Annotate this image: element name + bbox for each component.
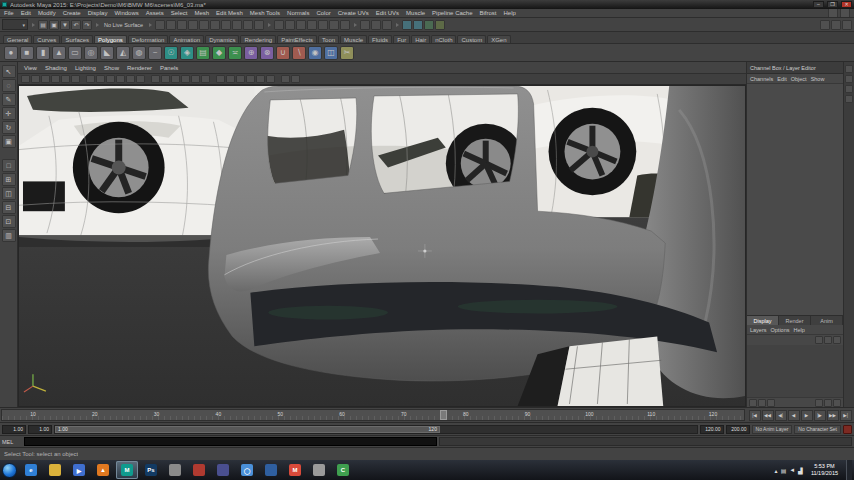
open-scene-icon[interactable]: ▣ <box>49 20 59 30</box>
cylinder-primitive-icon[interactable]: ▮ <box>36 46 50 60</box>
auto-keyframe-toggle[interactable] <box>843 425 852 434</box>
single-pane-layout-button[interactable]: □ <box>2 159 16 172</box>
mask-surfaces-icon[interactable] <box>221 20 231 30</box>
panel-resize-icon[interactable] <box>833 399 841 407</box>
channel-box-menu-item[interactable]: Edit <box>777 76 786 82</box>
snap-together-icon[interactable] <box>340 20 350 30</box>
cube-primitive-icon[interactable]: ■ <box>20 46 34 60</box>
shelf-tab[interactable]: Fur <box>393 35 410 43</box>
shadows-icon[interactable] <box>201 75 210 83</box>
undo-icon[interactable]: ↶ <box>71 20 81 30</box>
bookmarks-icon[interactable] <box>31 75 40 83</box>
image-plane-icon[interactable] <box>41 75 50 83</box>
layer-sort-icon[interactable] <box>749 399 757 407</box>
shelf-tab[interactable]: Deformation <box>128 35 169 43</box>
layer-options-icon[interactable] <box>767 399 775 407</box>
construction-history-icon[interactable] <box>382 20 392 30</box>
render-settings-icon[interactable] <box>435 20 445 30</box>
menu-item[interactable]: Edit Mesh <box>216 10 243 16</box>
persp-graph-layout-button[interactable]: ⊡ <box>2 215 16 228</box>
range-slider-bar[interactable]: 1.00 120 <box>55 426 440 433</box>
viewport-menu-item[interactable]: Show <box>104 65 119 71</box>
snap-curve-icon[interactable] <box>285 20 295 30</box>
channel-box-empty-area[interactable] <box>747 84 843 315</box>
app-icon-9[interactable] <box>212 461 234 479</box>
shelf-tab[interactable]: Fluids <box>368 35 392 43</box>
step-back-frame-button[interactable]: ◀◀ <box>762 410 774 421</box>
shelf-tab[interactable]: Hair <box>411 35 430 43</box>
menu-item[interactable]: Help <box>503 10 515 16</box>
tray-app-icon[interactable]: ▤ <box>781 467 787 474</box>
scale-tool-icon[interactable]: ▣ <box>2 135 16 148</box>
group-divider[interactable] <box>394 19 400 30</box>
step-back-key-button[interactable]: ◀| <box>775 410 787 421</box>
shelf-tab[interactable]: Rendering <box>240 35 276 43</box>
menu-item[interactable]: Windows <box>114 10 138 16</box>
gate-mask-icon[interactable] <box>106 75 115 83</box>
layer-editor-tab[interactable]: Display <box>747 316 779 325</box>
combine-icon[interactable]: ⊕ <box>244 46 258 60</box>
selection-mode-dropdown[interactable]: ▾ <box>2 19 28 30</box>
tool-settings-tab[interactable] <box>845 75 853 83</box>
boolean-difference-icon[interactable]: ∖ <box>292 46 306 60</box>
group-divider[interactable] <box>352 19 358 30</box>
menu-item[interactable]: Assets <box>146 10 164 16</box>
new-layer-from-selected-icon[interactable] <box>833 336 841 344</box>
play-forwards-button[interactable]: ▶ <box>801 410 813 421</box>
layer-editor-menu-item[interactable]: Options <box>771 327 790 333</box>
command-line-mode-label[interactable]: MEL <box>2 439 22 445</box>
group-divider[interactable] <box>266 19 272 30</box>
grid-toggle-icon[interactable] <box>71 75 80 83</box>
move-layer-up-icon[interactable] <box>815 336 823 344</box>
2d-pan-zoom-icon[interactable] <box>51 75 60 83</box>
range-slider-track[interactable]: 1.00 120 <box>54 425 698 434</box>
xray-icon[interactable] <box>266 75 275 83</box>
viewport-menu-item[interactable]: Panels <box>160 65 178 71</box>
extrude-icon[interactable]: ▤ <box>196 46 210 60</box>
helix-primitive-icon[interactable]: ~ <box>148 46 162 60</box>
minimize-button[interactable]: – <box>813 1 824 8</box>
app-icon-8[interactable] <box>188 461 210 479</box>
wireframe-mode-icon[interactable] <box>161 75 170 83</box>
default-material-icon[interactable] <box>291 75 300 83</box>
grease-pencil-icon[interactable] <box>61 75 70 83</box>
channel-box-menu-item[interactable]: Object <box>791 76 807 82</box>
mail-icon[interactable]: M <box>284 461 306 479</box>
lasso-tool-icon[interactable]: ◌ <box>2 79 16 92</box>
make-live-icon[interactable] <box>329 20 339 30</box>
channel-box-tab[interactable] <box>845 85 853 93</box>
smooth-icon[interactable]: ◉ <box>308 46 322 60</box>
platonic-solid-icon[interactable]: ◈ <box>180 46 194 60</box>
taskbar-clock[interactable]: 5:53 PM 11/19/2015 <box>806 463 843 476</box>
menu-item[interactable]: Modify <box>38 10 56 16</box>
app-icon-11[interactable] <box>260 461 282 479</box>
explorer-folder-icon[interactable] <box>44 461 66 479</box>
channel-box-menu-item[interactable]: Show <box>811 76 825 82</box>
menu-item[interactable]: Pipeline Cache <box>432 10 472 16</box>
persp-outliner-layout-button[interactable]: ◫ <box>2 187 16 200</box>
go-to-end-button[interactable]: ▶| <box>840 410 852 421</box>
menu-item[interactable]: File <box>4 10 14 16</box>
shelf-tab[interactable]: Surfaces <box>61 35 93 43</box>
mask-joints-icon[interactable] <box>199 20 209 30</box>
mask-misc-icon[interactable] <box>254 20 264 30</box>
layer-editor-menu-item[interactable]: Help <box>793 327 804 333</box>
group-divider[interactable] <box>30 19 36 30</box>
four-pane-layout-button[interactable]: ⊞ <box>2 173 16 186</box>
layer-editor-tab[interactable]: Render <box>779 316 811 325</box>
input-connections-icon[interactable] <box>360 20 370 30</box>
network-icon[interactable]: ▟ <box>798 467 803 474</box>
app-icon-14[interactable]: C <box>332 461 354 479</box>
bridge-icon[interactable]: ≍ <box>228 46 242 60</box>
prism-primitive-icon[interactable]: ◣ <box>100 46 114 60</box>
hypershade-layout-button[interactable]: ▥ <box>2 229 16 242</box>
shelf-tab[interactable]: XGen <box>487 35 510 43</box>
top-persp-layout-button[interactable]: ⊟ <box>2 201 16 214</box>
close-button[interactable]: ✕ <box>841 1 852 8</box>
group-divider[interactable] <box>94 19 100 30</box>
shelf-tab[interactable]: General <box>3 35 32 43</box>
snap-projected-center-icon[interactable] <box>307 20 317 30</box>
live-surface-label[interactable]: No Live Surface <box>102 22 145 28</box>
menu-item[interactable]: Mesh <box>194 10 209 16</box>
soccer-ball-icon[interactable]: ☉ <box>164 46 178 60</box>
